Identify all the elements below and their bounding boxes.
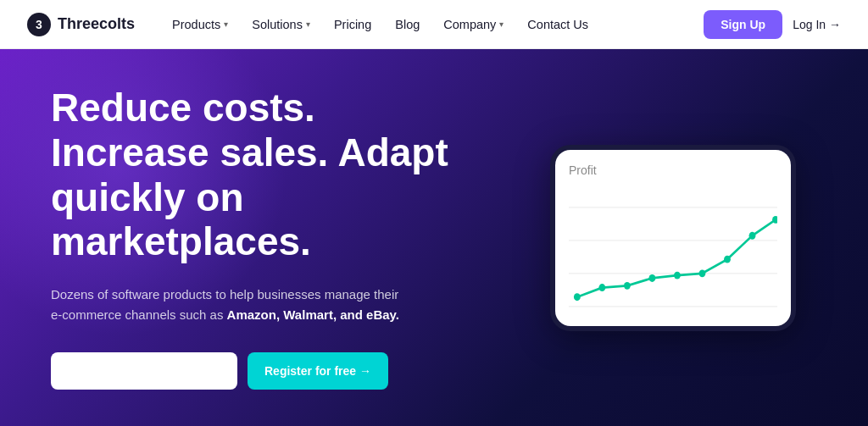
hero-headline: Reduce costs.Increase sales. Adaptquickl… — [51, 86, 529, 265]
chevron-down-icon: ▾ — [499, 19, 504, 29]
email-input[interactable] — [51, 352, 237, 390]
chevron-down-icon: ▾ — [306, 19, 310, 29]
hero-chart-area: Profit — [529, 145, 817, 331]
signup-button[interactable]: Sign Up — [704, 10, 782, 39]
svg-point-10 — [724, 255, 731, 263]
login-button[interactable]: Log In → — [793, 18, 841, 31]
navbar: 3 Threecolts Products ▾ Solutions ▾ Pric… — [0, 0, 868, 49]
logo-icon: 3 — [27, 13, 51, 36]
nav-actions: Sign Up Log In → — [704, 10, 841, 39]
svg-point-8 — [674, 271, 681, 279]
nav-pricing[interactable]: Pricing — [324, 13, 381, 36]
register-button[interactable]: Register for free → — [248, 352, 388, 390]
chart-card: Profit — [550, 145, 796, 331]
nav-blog[interactable]: Blog — [385, 13, 430, 36]
nav-products[interactable]: Products ▾ — [162, 13, 238, 36]
svg-point-5 — [598, 284, 605, 291]
brand-name: Threecolts — [58, 15, 135, 33]
hero-subtext: Dozens of software products to help busi… — [51, 285, 407, 325]
nav-company[interactable]: Company ▾ — [433, 13, 514, 36]
svg-point-4 — [574, 293, 581, 301]
hero-form: Register for free → — [51, 352, 529, 390]
chart-inner: Profit — [555, 150, 791, 326]
nav-solutions[interactable]: Solutions ▾ — [242, 13, 320, 36]
hero-section: Reduce costs.Increase sales. Adaptquickl… — [0, 49, 868, 426]
svg-point-7 — [648, 274, 655, 281]
hero-content: Reduce costs.Increase sales. Adaptquickl… — [51, 86, 529, 390]
profit-chart — [569, 184, 777, 316]
svg-point-11 — [749, 231, 756, 239]
svg-point-9 — [699, 269, 706, 277]
svg-point-6 — [624, 281, 631, 289]
chevron-down-icon: ▾ — [224, 19, 228, 29]
nav-links: Products ▾ Solutions ▾ Pricing Blog Comp… — [162, 13, 704, 36]
chart-label: Profit — [569, 163, 777, 177]
nav-contact[interactable]: Contact Us — [517, 13, 598, 36]
logo[interactable]: 3 Threecolts — [27, 13, 135, 36]
